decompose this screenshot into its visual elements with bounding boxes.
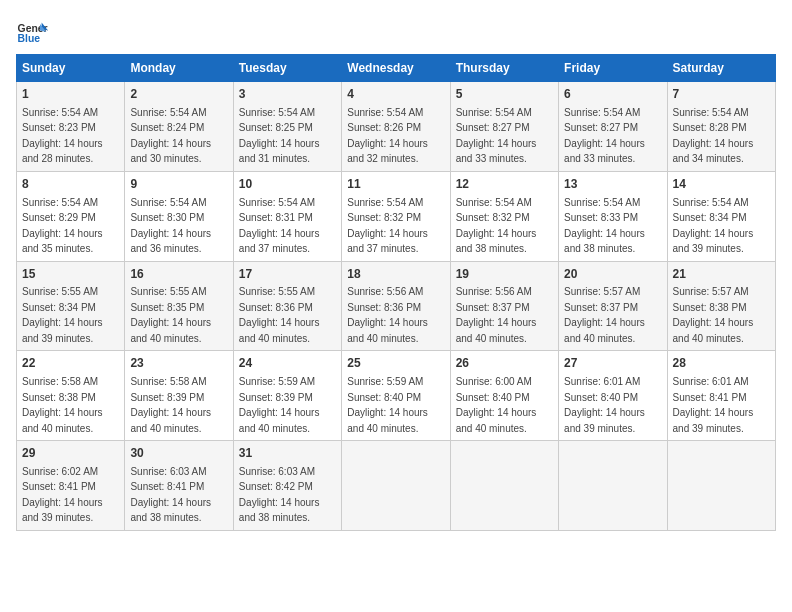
calendar-cell: 1Sunrise: 5:54 AMSunset: 8:23 PMDaylight…: [17, 82, 125, 172]
day-number: 13: [564, 176, 661, 193]
day-info: Sunrise: 5:55 AMSunset: 8:34 PMDaylight:…: [22, 286, 103, 344]
calendar-cell: 25Sunrise: 5:59 AMSunset: 8:40 PMDayligh…: [342, 351, 450, 441]
day-number: 9: [130, 176, 227, 193]
col-header-tuesday: Tuesday: [233, 55, 341, 82]
col-header-thursday: Thursday: [450, 55, 558, 82]
calendar-cell: 15Sunrise: 5:55 AMSunset: 8:34 PMDayligh…: [17, 261, 125, 351]
calendar-cell: 6Sunrise: 5:54 AMSunset: 8:27 PMDaylight…: [559, 82, 667, 172]
header: General Blue: [16, 16, 776, 48]
day-info: Sunrise: 6:03 AMSunset: 8:41 PMDaylight:…: [130, 466, 211, 524]
day-info: Sunrise: 6:02 AMSunset: 8:41 PMDaylight:…: [22, 466, 103, 524]
calendar-cell: 24Sunrise: 5:59 AMSunset: 8:39 PMDayligh…: [233, 351, 341, 441]
calendar-cell: 21Sunrise: 5:57 AMSunset: 8:38 PMDayligh…: [667, 261, 775, 351]
day-info: Sunrise: 5:54 AMSunset: 8:30 PMDaylight:…: [130, 197, 211, 255]
calendar-cell: 20Sunrise: 5:57 AMSunset: 8:37 PMDayligh…: [559, 261, 667, 351]
day-number: 18: [347, 266, 444, 283]
logo-icon: General Blue: [16, 16, 48, 48]
day-number: 6: [564, 86, 661, 103]
day-info: Sunrise: 5:54 AMSunset: 8:24 PMDaylight:…: [130, 107, 211, 165]
logo: General Blue: [16, 16, 52, 48]
day-info: Sunrise: 5:56 AMSunset: 8:36 PMDaylight:…: [347, 286, 428, 344]
day-number: 5: [456, 86, 553, 103]
col-header-saturday: Saturday: [667, 55, 775, 82]
day-info: Sunrise: 5:54 AMSunset: 8:28 PMDaylight:…: [673, 107, 754, 165]
calendar-cell: [450, 441, 558, 531]
day-number: 15: [22, 266, 119, 283]
week-row-2: 15Sunrise: 5:55 AMSunset: 8:34 PMDayligh…: [17, 261, 776, 351]
day-info: Sunrise: 5:54 AMSunset: 8:27 PMDaylight:…: [564, 107, 645, 165]
calendar-cell: 18Sunrise: 5:56 AMSunset: 8:36 PMDayligh…: [342, 261, 450, 351]
day-number: 26: [456, 355, 553, 372]
day-number: 17: [239, 266, 336, 283]
day-number: 1: [22, 86, 119, 103]
calendar-cell: 30Sunrise: 6:03 AMSunset: 8:41 PMDayligh…: [125, 441, 233, 531]
day-info: Sunrise: 5:54 AMSunset: 8:23 PMDaylight:…: [22, 107, 103, 165]
day-info: Sunrise: 5:59 AMSunset: 8:40 PMDaylight:…: [347, 376, 428, 434]
calendar-cell: 13Sunrise: 5:54 AMSunset: 8:33 PMDayligh…: [559, 171, 667, 261]
day-info: Sunrise: 5:54 AMSunset: 8:34 PMDaylight:…: [673, 197, 754, 255]
calendar-cell: 17Sunrise: 5:55 AMSunset: 8:36 PMDayligh…: [233, 261, 341, 351]
calendar-cell: 31Sunrise: 6:03 AMSunset: 8:42 PMDayligh…: [233, 441, 341, 531]
day-number: 28: [673, 355, 770, 372]
day-number: 19: [456, 266, 553, 283]
day-info: Sunrise: 5:58 AMSunset: 8:38 PMDaylight:…: [22, 376, 103, 434]
day-info: Sunrise: 5:59 AMSunset: 8:39 PMDaylight:…: [239, 376, 320, 434]
day-info: Sunrise: 5:54 AMSunset: 8:26 PMDaylight:…: [347, 107, 428, 165]
day-number: 2: [130, 86, 227, 103]
calendar-cell: 14Sunrise: 5:54 AMSunset: 8:34 PMDayligh…: [667, 171, 775, 261]
day-number: 27: [564, 355, 661, 372]
calendar-table: SundayMondayTuesdayWednesdayThursdayFrid…: [16, 54, 776, 531]
week-row-3: 22Sunrise: 5:58 AMSunset: 8:38 PMDayligh…: [17, 351, 776, 441]
day-info: Sunrise: 6:00 AMSunset: 8:40 PMDaylight:…: [456, 376, 537, 434]
day-info: Sunrise: 5:55 AMSunset: 8:36 PMDaylight:…: [239, 286, 320, 344]
day-info: Sunrise: 5:55 AMSunset: 8:35 PMDaylight:…: [130, 286, 211, 344]
week-row-0: 1Sunrise: 5:54 AMSunset: 8:23 PMDaylight…: [17, 82, 776, 172]
calendar-cell: 29Sunrise: 6:02 AMSunset: 8:41 PMDayligh…: [17, 441, 125, 531]
calendar-cell: [342, 441, 450, 531]
header-row: SundayMondayTuesdayWednesdayThursdayFrid…: [17, 55, 776, 82]
day-info: Sunrise: 5:57 AMSunset: 8:38 PMDaylight:…: [673, 286, 754, 344]
day-number: 7: [673, 86, 770, 103]
calendar-cell: 10Sunrise: 5:54 AMSunset: 8:31 PMDayligh…: [233, 171, 341, 261]
calendar-cell: 22Sunrise: 5:58 AMSunset: 8:38 PMDayligh…: [17, 351, 125, 441]
day-number: 8: [22, 176, 119, 193]
calendar-cell: 11Sunrise: 5:54 AMSunset: 8:32 PMDayligh…: [342, 171, 450, 261]
calendar-cell: 5Sunrise: 5:54 AMSunset: 8:27 PMDaylight…: [450, 82, 558, 172]
day-info: Sunrise: 5:54 AMSunset: 8:33 PMDaylight:…: [564, 197, 645, 255]
calendar-cell: 9Sunrise: 5:54 AMSunset: 8:30 PMDaylight…: [125, 171, 233, 261]
day-number: 21: [673, 266, 770, 283]
day-info: Sunrise: 5:54 AMSunset: 8:32 PMDaylight:…: [347, 197, 428, 255]
day-info: Sunrise: 5:57 AMSunset: 8:37 PMDaylight:…: [564, 286, 645, 344]
day-number: 11: [347, 176, 444, 193]
day-number: 25: [347, 355, 444, 372]
day-info: Sunrise: 6:01 AMSunset: 8:41 PMDaylight:…: [673, 376, 754, 434]
day-number: 4: [347, 86, 444, 103]
day-number: 23: [130, 355, 227, 372]
day-number: 20: [564, 266, 661, 283]
day-info: Sunrise: 5:58 AMSunset: 8:39 PMDaylight:…: [130, 376, 211, 434]
day-info: Sunrise: 5:54 AMSunset: 8:25 PMDaylight:…: [239, 107, 320, 165]
week-row-1: 8Sunrise: 5:54 AMSunset: 8:29 PMDaylight…: [17, 171, 776, 261]
day-number: 14: [673, 176, 770, 193]
day-info: Sunrise: 5:54 AMSunset: 8:27 PMDaylight:…: [456, 107, 537, 165]
calendar-cell: 7Sunrise: 5:54 AMSunset: 8:28 PMDaylight…: [667, 82, 775, 172]
day-number: 10: [239, 176, 336, 193]
calendar-cell: 19Sunrise: 5:56 AMSunset: 8:37 PMDayligh…: [450, 261, 558, 351]
calendar-cell: 27Sunrise: 6:01 AMSunset: 8:40 PMDayligh…: [559, 351, 667, 441]
day-info: Sunrise: 6:01 AMSunset: 8:40 PMDaylight:…: [564, 376, 645, 434]
col-header-friday: Friday: [559, 55, 667, 82]
calendar-cell: 23Sunrise: 5:58 AMSunset: 8:39 PMDayligh…: [125, 351, 233, 441]
day-info: Sunrise: 5:54 AMSunset: 8:32 PMDaylight:…: [456, 197, 537, 255]
calendar-cell: 28Sunrise: 6:01 AMSunset: 8:41 PMDayligh…: [667, 351, 775, 441]
day-number: 29: [22, 445, 119, 462]
day-number: 12: [456, 176, 553, 193]
day-info: Sunrise: 5:54 AMSunset: 8:31 PMDaylight:…: [239, 197, 320, 255]
calendar-cell: [559, 441, 667, 531]
day-number: 24: [239, 355, 336, 372]
day-number: 30: [130, 445, 227, 462]
day-info: Sunrise: 5:54 AMSunset: 8:29 PMDaylight:…: [22, 197, 103, 255]
calendar-cell: 26Sunrise: 6:00 AMSunset: 8:40 PMDayligh…: [450, 351, 558, 441]
week-row-4: 29Sunrise: 6:02 AMSunset: 8:41 PMDayligh…: [17, 441, 776, 531]
day-info: Sunrise: 5:56 AMSunset: 8:37 PMDaylight:…: [456, 286, 537, 344]
col-header-monday: Monday: [125, 55, 233, 82]
